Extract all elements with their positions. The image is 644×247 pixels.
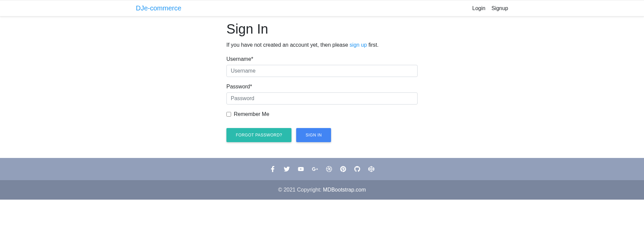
facebook-icon[interactable]	[270, 166, 276, 172]
google-plus-icon[interactable]	[312, 166, 318, 172]
pinterest-icon[interactable]	[340, 166, 346, 172]
footer-copyright: © 2021 Copyright: MDBootstrap.com	[0, 180, 644, 200]
signin-button[interactable]: Sign In	[296, 128, 331, 142]
username-input[interactable]	[226, 65, 418, 77]
forgot-password-button[interactable]: Forgot Password?	[226, 128, 291, 142]
brand-link[interactable]: DJe-commerce	[136, 4, 181, 12]
login-link[interactable]: Login	[472, 5, 485, 11]
twitter-icon[interactable]	[284, 166, 290, 172]
page-title: Sign In	[226, 22, 418, 37]
codepen-icon[interactable]	[368, 166, 374, 172]
nav-links: Login Signup	[472, 5, 508, 11]
button-group: Forgot Password? Sign In	[226, 128, 418, 142]
remember-label: Remember Me	[234, 111, 269, 117]
username-label: Username*	[226, 56, 418, 62]
subtitle-prefix: If you have not created an account yet, …	[226, 42, 350, 48]
remember-checkbox[interactable]	[226, 112, 231, 117]
remember-group: Remember Me	[226, 111, 418, 117]
signup-inline-link[interactable]: sign up	[350, 42, 367, 48]
copyright-link[interactable]: MDBootstrap.com	[323, 187, 366, 193]
navbar: DJe-commerce Login Signup	[0, 0, 644, 16]
subtitle: If you have not created an account yet, …	[226, 42, 418, 48]
dribbble-icon[interactable]	[326, 166, 332, 172]
signin-form: Sign In If you have not created an accou…	[226, 22, 418, 142]
signup-link[interactable]: Signup	[491, 5, 508, 11]
subtitle-suffix: first.	[367, 42, 379, 48]
footer-social	[0, 158, 644, 180]
username-group: Username*	[226, 56, 418, 77]
main-content: Sign In If you have not created an accou…	[131, 16, 513, 147]
password-group: Password*	[226, 84, 418, 105]
github-icon[interactable]	[354, 166, 360, 172]
password-label: Password*	[226, 84, 418, 90]
copyright-prefix: © 2021 Copyright:	[278, 187, 323, 193]
youtube-icon[interactable]	[298, 166, 304, 172]
password-input[interactable]	[226, 92, 418, 105]
